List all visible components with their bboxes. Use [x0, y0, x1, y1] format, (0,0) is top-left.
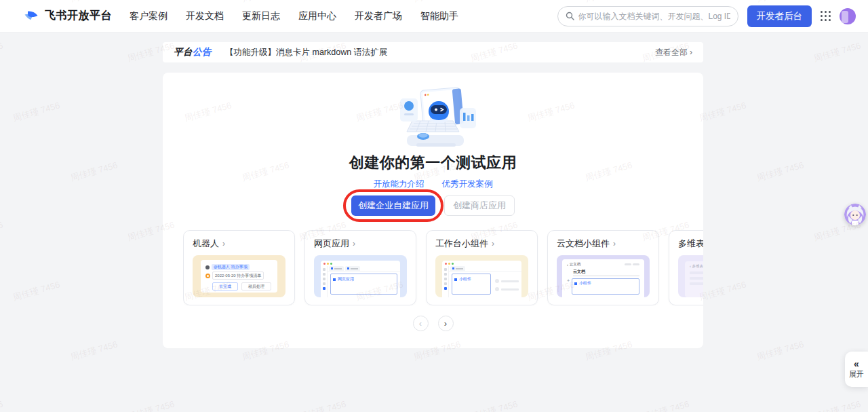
chevron-right-icon: ›	[613, 239, 616, 248]
bot-mini-avatar	[205, 265, 210, 269]
app-card-web-title: 网页应用	[314, 238, 349, 250]
brand-name: 飞书开放平台	[45, 9, 112, 23]
link-showcase[interactable]: 优秀开发案例	[442, 179, 493, 190]
chevron-right-icon: ›	[222, 239, 225, 248]
carousel-prev-button[interactable]: ‹	[413, 316, 429, 331]
nav-item-app-center[interactable]: 应用中心	[298, 10, 336, 22]
workplace-illustration: 小组件	[435, 255, 528, 297]
chevron-right-icon: ›	[353, 239, 355, 248]
app-card-bitable-title: 多维表格	[678, 238, 703, 250]
app-card-bot[interactable]: 机器人 › @机器人 待办事项 2022-05-20 待办事项清单 去完成 稍后	[183, 230, 295, 305]
app-card-workplace-title: 工作台小组件	[435, 238, 488, 250]
announcement-tag: 平台公告	[174, 46, 212, 58]
carousel-next-button[interactable]: ›	[438, 316, 454, 331]
nav-item-ai-assistant[interactable]: 智能助手	[420, 10, 458, 22]
carousel-controls: ‹ ›	[163, 316, 703, 331]
developer-console-button[interactable]: 开发者后台	[747, 5, 812, 27]
main-panel: 创建你的第一个测试应用 开放能力介绍 优秀开发案例 创建企业自建应用 创建商店应…	[163, 73, 703, 348]
view-all-link[interactable]: 查看全部 ›	[655, 47, 692, 58]
nav-item-customer-cases[interactable]: 客户案例	[130, 10, 167, 22]
bitable-back-chevron-icon: ‹	[690, 264, 691, 268]
user-avatar[interactable]	[840, 8, 856, 24]
hero-links: 开放能力介绍 优秀开发案例	[163, 179, 703, 190]
widget-mini-label: 小组件	[459, 276, 471, 282]
plus-icon: +	[567, 278, 570, 283]
doc-illustration: ‹ 云文档 云文档 + 小组件	[557, 255, 650, 297]
main-nav: 客户案例 开发文档 更新日志 应用中心 开发者广场 智能助手	[130, 10, 458, 22]
announcement-bar: 平台公告 【功能升级】消息卡片 markdown 语法扩展 查看全部 ›	[163, 42, 703, 62]
doc-widget-mini-label: 小组件	[579, 280, 591, 286]
app-card-doc-title: 云文档小组件	[557, 238, 610, 250]
nav-item-developer-plaza[interactable]: 开发者广场	[355, 10, 402, 22]
search-input[interactable]	[578, 12, 730, 21]
bot-todo-text: 2022-05-20 待办事项清单	[212, 271, 264, 280]
bitable-back-label: 多维表格	[692, 264, 703, 268]
expand-label: 展开	[849, 369, 864, 379]
laptop-robot-illustration	[387, 83, 480, 151]
doc-back-label: 云文档	[570, 262, 581, 267]
nav-item-docs[interactable]: 开发文档	[186, 10, 224, 22]
doc-back-chevron-icon: ‹	[567, 263, 568, 267]
create-store-app-button[interactable]: 创建商店应用	[444, 195, 515, 216]
hero-actions: 创建企业自建应用 创建商店应用	[163, 195, 703, 216]
feishu-logo-icon	[23, 8, 39, 24]
widget-mini-icon	[454, 278, 457, 281]
web-illustration: 网页应用	[314, 255, 407, 297]
doc-mini-title: 云文档	[573, 269, 639, 275]
doc-widget-mini-icon	[574, 282, 577, 285]
bot-illustration: @机器人 待办事项 2022-05-20 待办事项清单 去完成 稍后处理	[193, 255, 285, 297]
search-icon	[566, 12, 574, 20]
bot-mention-pill: @机器人 待办事项	[212, 264, 250, 270]
double-chevron-left-icon: «	[854, 359, 859, 369]
announcement-tag-accent: 公告	[193, 47, 212, 57]
announcement-tag-plain: 平台	[174, 47, 193, 57]
web-app-mini-label: 网页应用	[338, 276, 354, 282]
nav-item-changelog[interactable]: 更新日志	[242, 10, 280, 22]
app-card-bitable[interactable]: 多维表格 › ‹ 多维表格	[669, 230, 703, 305]
top-bar-right: 开发者后台	[557, 5, 856, 27]
link-open-capability[interactable]: 开放能力介绍	[374, 179, 425, 190]
app-card-doc-widget[interactable]: 云文档小组件 › ‹ 云文档 云文档 + 小组件	[547, 230, 659, 305]
app-card-workplace-widget[interactable]: 工作台小组件 ›	[426, 230, 538, 305]
bot-todo-icon	[205, 274, 210, 278]
app-card-web[interactable]: 网页应用 ›	[304, 230, 416, 305]
search-box[interactable]	[557, 6, 738, 26]
chevron-right-icon: ›	[492, 239, 494, 248]
assistant-avatar-image	[844, 204, 866, 225]
bitable-illustration: ‹ 多维表格	[678, 255, 703, 297]
top-bar: 飞书开放平台 客户案例 开发文档 更新日志 应用中心 开发者广场 智能助手 开发…	[0, 0, 868, 33]
app-type-cards-row: 机器人 › @机器人 待办事项 2022-05-20 待办事项清单 去完成 稍后	[183, 230, 703, 305]
app-card-bot-title: 机器人	[193, 238, 219, 250]
bot-action-primary: 去完成	[212, 282, 238, 291]
create-custom-app-button[interactable]: 创建企业自建应用	[351, 195, 435, 216]
expand-panel-button[interactable]: « 展开	[845, 352, 868, 387]
primary-button-wrap: 创建企业自建应用	[351, 195, 435, 216]
web-app-mini-icon	[333, 278, 336, 281]
apps-grid-icon[interactable]	[821, 11, 831, 21]
bot-action-secondary: 稍后处理	[241, 282, 271, 291]
page-title: 创建你的第一个测试应用	[163, 153, 703, 173]
brand[interactable]: 飞书开放平台	[23, 8, 112, 24]
announcement-message[interactable]: 【功能升级】消息卡片 markdown 语法扩展	[225, 47, 388, 58]
view-all-label: 查看全部	[655, 47, 688, 58]
assistant-avatar[interactable]	[844, 204, 866, 225]
chevron-right-icon: ›	[690, 48, 692, 57]
